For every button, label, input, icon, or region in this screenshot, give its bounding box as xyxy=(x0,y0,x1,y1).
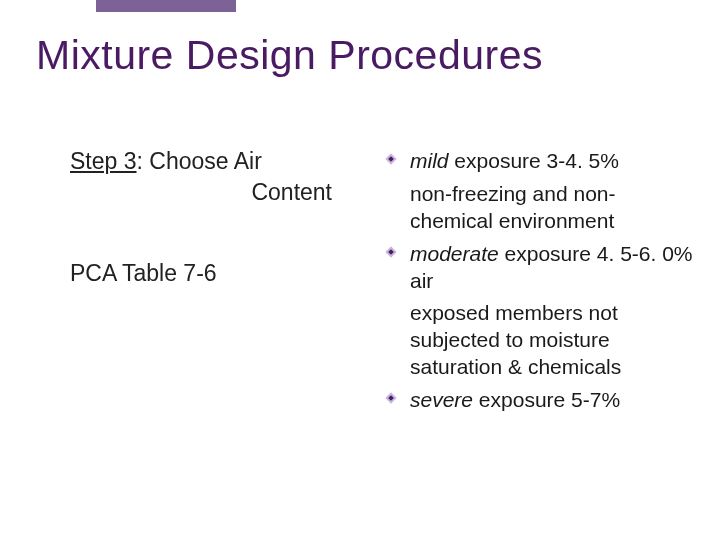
bullet-lead-italic: severe xyxy=(410,388,473,411)
step-heading-line2: Content xyxy=(70,179,360,206)
bullet-lead-italic: mild xyxy=(410,149,449,172)
right-column: mild exposure 3-4. 5% non-freezing and n… xyxy=(384,148,694,422)
step-rest: : Choose Air xyxy=(137,148,262,174)
bullet-lead-italic: moderate xyxy=(410,242,499,265)
bullet-lead-rest: exposure 5-7% xyxy=(473,388,620,411)
step-label: Step 3 xyxy=(70,148,137,174)
list-item: moderate exposure 4. 5-6. 0% air xyxy=(384,241,694,295)
diamond-bullet-icon xyxy=(384,152,398,166)
list-item: severe exposure 5-7% xyxy=(384,387,694,414)
bullet-lead-rest: exposure 3-4. 5% xyxy=(449,149,619,172)
pca-reference: PCA Table 7-6 xyxy=(70,260,360,287)
diamond-bullet-icon xyxy=(384,245,398,259)
bullet-sub: exposed members not subjected to moistur… xyxy=(384,300,694,381)
slide-title: Mixture Design Procedures xyxy=(36,32,543,79)
bullet-sub: non-freezing and non-chemical environmen… xyxy=(384,181,694,235)
list-item: mild exposure 3-4. 5% xyxy=(384,148,694,175)
diamond-bullet-icon xyxy=(384,391,398,405)
slide: Mixture Design Procedures Step 3: Choose… xyxy=(0,0,720,540)
accent-bar xyxy=(96,0,236,12)
step-heading: Step 3: Choose Air xyxy=(70,148,360,175)
left-column: Step 3: Choose Air Content PCA Table 7-6 xyxy=(70,148,360,287)
